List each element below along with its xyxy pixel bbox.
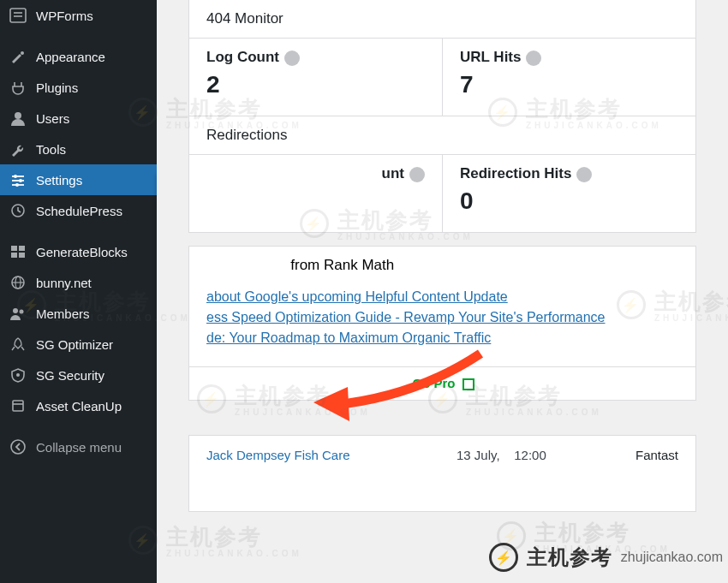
table-row[interactable]: Jack Dempsey Fish Care 13 July, 12:00 Fa…: [189, 436, 695, 474]
sidebar-item-asset-cleanup[interactable]: Asset CleanUp: [0, 390, 157, 421]
news-link-3[interactable]: de: Your Roadmap to Maximum Organic Traf…: [206, 330, 678, 346]
sidebar-item-wpforms[interactable]: WPForms: [0, 0, 157, 31]
svg-point-21: [16, 373, 20, 377]
blocks-icon: [9, 243, 27, 260]
svg-point-19: [13, 308, 18, 313]
svg-point-4: [15, 112, 21, 119]
url-hits-cell: URL Hits 7: [442, 39, 695, 116]
users-icon: [9, 305, 27, 322]
bottom-card: Jack Dempsey Fish Care 13 July, 12:00 Fa…: [188, 435, 696, 512]
clock-icon: [9, 202, 27, 219]
go-pro-link[interactable]: Go Pro: [413, 376, 474, 390]
log-count-value: 2: [206, 71, 425, 98]
sidebar-label: SchedulePress: [36, 204, 122, 218]
sidebar-label: Members: [36, 306, 90, 321]
sidebar-item-sg-security[interactable]: SG Security: [0, 360, 157, 390]
svg-rect-12: [11, 246, 17, 251]
sidebar-label: Tools: [36, 142, 66, 157]
sidebar-item-schedulepress[interactable]: SchedulePress: [0, 195, 157, 226]
sidebar-label: Settings: [36, 173, 82, 187]
log-count-cell: Log Count 2: [189, 39, 442, 116]
collapse-label: Collapse menu: [36, 440, 122, 455]
help-icon[interactable]: [284, 51, 300, 66]
svg-rect-0: [10, 9, 26, 22]
news-links: about Google's upcoming Helpful Content …: [189, 289, 695, 366]
collapse-icon: [9, 438, 27, 455]
post-title-link[interactable]: Jack Dempsey Fish Care: [206, 448, 443, 462]
collapse-menu[interactable]: Collapse menu: [0, 431, 157, 462]
svg-point-8: [14, 175, 17, 178]
redirection-count-label: unt: [382, 165, 404, 181]
wrench-icon: [9, 140, 27, 158]
sidebar-item-plugins[interactable]: Plugins: [0, 72, 157, 103]
sliders-icon: [9, 171, 27, 188]
svg-point-10: [15, 183, 19, 187]
help-icon[interactable]: [576, 167, 592, 182]
svg-rect-15: [19, 253, 25, 258]
log-count-label: Log Count: [206, 49, 279, 65]
svg-rect-13: [19, 246, 25, 251]
post-status: Fantast: [560, 448, 678, 462]
sidebar-item-members[interactable]: Members: [0, 298, 157, 329]
url-hits-label: URL Hits: [460, 49, 521, 65]
help-icon[interactable]: [526, 51, 541, 66]
sidebar-item-tools[interactable]: Tools: [0, 134, 157, 164]
sidebar-label: Plugins: [36, 80, 78, 95]
shield-icon: [9, 366, 27, 384]
sidebar-label: SG Security: [36, 368, 104, 383]
user-icon: [9, 110, 27, 127]
news-link-2[interactable]: ess Speed Optimization Guide - Revamp Yo…: [206, 310, 678, 325]
rocket-icon: [9, 336, 27, 353]
post-date: 13 July, 12:00: [443, 448, 561, 462]
card-title-404: 404 Monitor: [189, 0, 695, 38]
sidebar-item-appearance[interactable]: Appearance: [0, 41, 157, 72]
sidebar-label: Users: [36, 111, 69, 126]
sidebar-item-sg-optimizer[interactable]: SG Optimizer: [0, 329, 157, 360]
url-hits-value: 7: [460, 71, 678, 98]
broom-icon: [9, 397, 27, 414]
sidebar-label: GenerateBlocks: [36, 245, 128, 259]
globe-icon: [9, 274, 27, 291]
svg-rect-14: [11, 253, 17, 258]
redirection-hits-value: 0: [460, 187, 678, 215]
monitor-grid: Log Count 2 URL Hits 7: [189, 38, 695, 116]
watermark-footer: ⚡ 主机参考 zhujicankao.com: [489, 543, 723, 572]
sidebar-label: bunny.net: [36, 276, 92, 290]
sidebar-item-users[interactable]: Users: [0, 103, 157, 134]
help-icon[interactable]: [409, 167, 425, 182]
monitor-card: 404 Monitor Log Count 2 URL Hits 7 Redir…: [188, 0, 696, 233]
sidebar-label: WPForms: [36, 9, 93, 23]
redirection-hits-label: Redirection Hits: [460, 165, 571, 181]
external-link-icon: [462, 378, 474, 390]
redirection-count-cell: unt: [189, 155, 442, 232]
wpforms-icon: [9, 7, 27, 24]
svg-rect-22: [13, 401, 23, 411]
svg-point-24: [11, 440, 25, 454]
main-content: 404 Monitor Log Count 2 URL Hits 7 Redir…: [157, 0, 728, 583]
sidebar-label: Asset CleanUp: [36, 399, 122, 413]
brush-icon: [9, 48, 27, 65]
news-footer: Setup Wizard Go Pro: [189, 366, 695, 400]
news-link-1[interactable]: about Google's upcoming Helpful Content …: [206, 289, 678, 305]
redirection-hits-cell: Redirection Hits 0: [442, 155, 695, 232]
news-card: Latest News from Rank Math about Google'…: [188, 246, 696, 401]
sidebar-label: SG Optimizer: [36, 337, 113, 352]
news-header: from Rank Math: [290, 257, 394, 273]
sidebar-item-bunnynet[interactable]: bunny.net: [0, 267, 157, 298]
sidebar-label: Appearance: [36, 50, 105, 64]
svg-point-9: [19, 179, 22, 182]
svg-point-20: [20, 310, 24, 314]
redirections-grid: unt Redirection Hits 0: [189, 154, 695, 232]
admin-sidebar: WPForms Appearance Plugins Users Tools S…: [0, 0, 157, 583]
card-title-redirections: Redirections: [189, 116, 695, 154]
sidebar-item-settings[interactable]: Settings: [0, 164, 157, 195]
sidebar-item-generateblocks[interactable]: GenerateBlocks: [0, 236, 157, 267]
svg-point-3: [21, 51, 24, 55]
plugin-icon: [9, 79, 27, 96]
